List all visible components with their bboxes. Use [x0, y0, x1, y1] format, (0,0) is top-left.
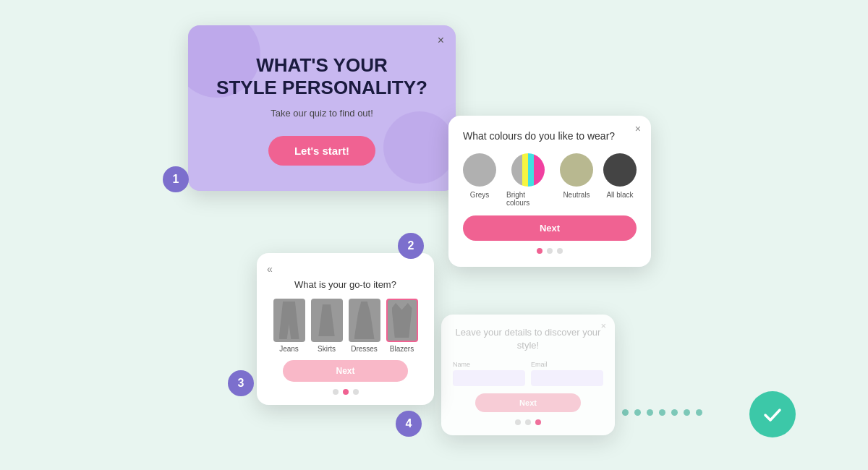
clothing-blazers[interactable]: Blazers — [386, 299, 418, 353]
step-badge-4: 4 — [396, 411, 422, 437]
trail-dot-6 — [684, 409, 690, 416]
trail-dot-3 — [647, 409, 653, 416]
dresses-image — [349, 299, 380, 342]
clothing-dresses[interactable]: Dresses — [349, 299, 380, 353]
grey-circle — [463, 153, 496, 187]
bright-label: Bright colours — [506, 191, 550, 207]
dot-3 — [353, 389, 359, 395]
step-badge-2: 2 — [398, 233, 424, 259]
clothing-options: Jeans Skirts Dresses Blazers — [267, 299, 424, 353]
colour-options: Greys Bright colours Neutrals All black — [463, 153, 637, 207]
skirts-label: Skirts — [318, 345, 336, 353]
card3-back-icon[interactable]: « — [267, 263, 424, 275]
card3-progress-dots — [267, 389, 424, 395]
card1-title: WHAT'S YOUR STYLE PERSONALITY? — [210, 54, 434, 99]
dot-2 — [525, 419, 531, 425]
card4-next-button[interactable]: Next — [475, 393, 581, 412]
colour-option-neutrals[interactable]: Neutrals — [560, 153, 593, 207]
lets-start-button[interactable]: Let's start! — [268, 136, 375, 166]
trail-dot-1 — [622, 409, 629, 416]
email-field: Email — [531, 361, 603, 386]
dot-1 — [537, 248, 542, 254]
dot-2 — [547, 248, 553, 254]
blazers-image — [386, 299, 418, 342]
dresses-silhouette — [354, 302, 375, 339]
card4-fields: Name Email — [453, 361, 603, 386]
trail-dot-5 — [671, 409, 678, 416]
card3-goto-item: « What is your go-to item? Jeans Skirts … — [257, 253, 434, 405]
dot-3 — [535, 419, 541, 425]
email-label: Email — [531, 361, 603, 368]
card4-progress-dots — [453, 419, 603, 425]
card1-quiz-intro: × WHAT'S YOUR STYLE PERSONALITY? Take ou… — [188, 25, 456, 191]
dresses-label: Dresses — [351, 345, 378, 353]
jeans-label: Jeans — [279, 345, 299, 353]
card2-progress-dots — [463, 248, 637, 254]
card4-title: Leave your details to discover your styl… — [453, 326, 603, 352]
colour-option-bright[interactable]: Bright colours — [506, 153, 550, 207]
trail-dot-4 — [659, 409, 665, 416]
step-badge-1: 1 — [163, 166, 189, 192]
name-field: Name — [453, 361, 525, 386]
dot-2 — [343, 389, 349, 395]
card1-close-icon[interactable]: × — [438, 34, 444, 47]
completion-check — [749, 391, 796, 437]
bright-circle — [511, 153, 545, 187]
blazers-silhouette — [392, 303, 412, 338]
jeans-image — [273, 299, 305, 342]
name-label: Name — [453, 361, 525, 368]
colour-option-greys[interactable]: Greys — [463, 153, 496, 207]
colour-option-black[interactable]: All black — [603, 153, 637, 207]
card1-subtitle: Take our quiz to find out! — [210, 108, 434, 119]
grey-label: Greys — [470, 191, 490, 199]
dot-1 — [515, 419, 521, 425]
skirts-silhouette — [317, 304, 337, 336]
step-badge-3: 3 — [228, 370, 254, 396]
skirts-image — [311, 299, 343, 342]
jeans-silhouette — [279, 302, 299, 339]
trail-dot-7 — [696, 409, 702, 416]
neutrals-circle — [560, 153, 593, 187]
clothing-jeans[interactable]: Jeans — [273, 299, 305, 353]
card2-title: What colours do you like to wear? — [463, 130, 637, 142]
black-circle — [603, 153, 637, 187]
dots-trail — [622, 409, 702, 416]
clothing-skirts[interactable]: Skirts — [311, 299, 343, 353]
card3-next-button[interactable]: Next — [283, 360, 409, 382]
black-label: All black — [606, 191, 633, 199]
trail-dot-2 — [634, 409, 641, 416]
card2-next-button[interactable]: Next — [463, 215, 637, 241]
blazers-label: Blazers — [390, 345, 414, 353]
card2-colours: × What colours do you like to wear? Grey… — [448, 116, 651, 267]
neutrals-label: Neutrals — [563, 191, 590, 199]
dot-1 — [333, 389, 339, 395]
card3-title: What is your go-to item? — [267, 279, 424, 290]
name-input[interactable] — [453, 370, 525, 386]
email-input[interactable] — [531, 370, 603, 386]
card4-details: × Leave your details to discover your st… — [441, 315, 615, 435]
dot-3 — [557, 248, 563, 254]
card2-close-icon[interactable]: × — [635, 123, 641, 134]
check-icon — [761, 403, 784, 426]
card4-close-icon[interactable]: × — [600, 320, 606, 331]
